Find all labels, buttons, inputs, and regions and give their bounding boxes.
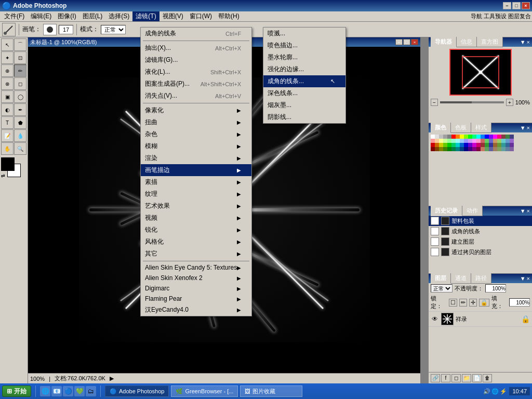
lock-transparent-btn[interactable]: ☐ bbox=[449, 299, 457, 307]
history-menu-btn[interactable]: ▼ bbox=[520, 208, 526, 214]
tray-icon-2[interactable]: 🌐 bbox=[491, 388, 499, 395]
color-cell[interactable] bbox=[456, 143, 460, 147]
color-cell[interactable] bbox=[472, 139, 476, 143]
link-layers-btn[interactable]: 🔗 bbox=[431, 374, 440, 382]
menu-select[interactable]: 选择(S) bbox=[105, 11, 132, 21]
new-layer-btn[interactable]: 📄 bbox=[472, 374, 482, 382]
color-cell[interactable] bbox=[497, 143, 501, 147]
filter-flaming-pear[interactable]: Flaming Pear ▶ bbox=[141, 294, 251, 304]
menu-file[interactable]: 文件(F) bbox=[1, 11, 28, 21]
color-cell[interactable] bbox=[485, 143, 489, 147]
menu-filter[interactable]: 滤镜(T) bbox=[132, 11, 159, 21]
lock-paint-btn[interactable]: ✏ bbox=[459, 299, 467, 307]
layer-visibility-btn[interactable]: 👁 bbox=[431, 315, 439, 323]
filter-xenofex[interactable]: Alien Skin Xenofex 2 ▶ bbox=[141, 273, 251, 283]
mode-select[interactable]: 正常 bbox=[101, 25, 126, 34]
filter-artistic[interactable]: 艺术效果 ▶ bbox=[141, 200, 251, 212]
filter-blur[interactable]: 模糊 ▶ bbox=[141, 140, 251, 152]
menu-help[interactable]: 帮助(H) bbox=[215, 11, 243, 21]
color-cell[interactable] bbox=[464, 139, 468, 143]
color-cell[interactable] bbox=[481, 139, 485, 143]
color-cell[interactable] bbox=[501, 135, 506, 139]
nav-menu-btn[interactable]: ▼ bbox=[520, 39, 526, 45]
magic-wand-tool[interactable]: ✦ bbox=[1, 51, 14, 64]
filter-alien-skin[interactable]: Alien Skin Eye Candy 5: Textures ▶ bbox=[141, 262, 251, 273]
filter-sharpen[interactable]: 锐化 ▶ bbox=[141, 224, 251, 236]
color-cell[interactable] bbox=[464, 147, 468, 151]
color-cell[interactable] bbox=[510, 135, 514, 139]
crop-tool[interactable]: ⊡ bbox=[14, 51, 26, 64]
color-cell[interactable] bbox=[472, 143, 476, 147]
color-cell[interactable] bbox=[485, 139, 489, 143]
move-tool[interactable]: ↖ bbox=[1, 38, 14, 51]
ql-icon-1[interactable]: 🌐 bbox=[40, 386, 50, 396]
color-cell[interactable] bbox=[506, 135, 510, 139]
tab-navigator[interactable]: 导航器 bbox=[431, 37, 457, 47]
lock-all-btn[interactable]: 🔒 bbox=[479, 299, 489, 307]
history-item-layer[interactable]: 建立图层 bbox=[429, 236, 532, 247]
color-cell[interactable] bbox=[431, 147, 435, 151]
bs-ink[interactable]: 墨水轮廓... bbox=[263, 51, 345, 63]
filter-pixelate[interactable]: 像素化 ▶ bbox=[141, 104, 251, 116]
dodge-tool[interactable]: ◐ bbox=[1, 103, 14, 116]
clone-tool[interactable]: ⊗ bbox=[1, 77, 14, 90]
bs-accented[interactable]: 强化的边缘... bbox=[263, 63, 345, 75]
color-cell[interactable] bbox=[481, 143, 485, 147]
filter-gallery[interactable]: 滤镜库(G)... bbox=[141, 54, 251, 66]
tab-color[interactable]: 颜色 bbox=[431, 123, 451, 133]
taskbar-app-browser[interactable]: 🌿 GreenBrowser - [... bbox=[171, 385, 238, 397]
tab-layers[interactable]: 图层 bbox=[431, 273, 451, 284]
tab-swatches[interactable]: 色板 bbox=[451, 123, 471, 133]
menu-view[interactable]: 视图(V) bbox=[159, 11, 187, 21]
tray-icon-3[interactable]: ⚡ bbox=[500, 388, 507, 395]
path-tool[interactable]: ⬟ bbox=[14, 116, 26, 129]
ql-icon-2[interactable]: 📧 bbox=[51, 386, 62, 396]
lasso-tool[interactable]: ⌒ bbox=[14, 38, 26, 51]
color-cell[interactable] bbox=[439, 147, 443, 151]
doc-close-btn[interactable]: × bbox=[411, 39, 418, 45]
color-cell[interactable] bbox=[447, 135, 451, 139]
menu-window[interactable]: 窗口(W) bbox=[187, 11, 215, 21]
color-cell[interactable] bbox=[464, 143, 468, 147]
color-cell[interactable] bbox=[443, 139, 447, 143]
layer-effects-btn[interactable]: f bbox=[441, 374, 450, 382]
color-cell[interactable] bbox=[493, 139, 497, 143]
gradient-tool[interactable]: ▣ bbox=[1, 90, 14, 103]
color-menu-btn[interactable]: ▼ bbox=[520, 125, 526, 131]
color-cell[interactable] bbox=[476, 143, 481, 147]
color-cell[interactable] bbox=[431, 143, 435, 147]
blur-tool[interactable]: ◯ bbox=[14, 90, 26, 103]
start-button[interactable]: ⊞ 开始 bbox=[2, 385, 31, 397]
color-cell[interactable] bbox=[468, 147, 472, 151]
history-close-btn[interactable]: × bbox=[527, 208, 530, 214]
color-cell[interactable] bbox=[510, 143, 514, 147]
color-cell[interactable] bbox=[497, 139, 501, 143]
bs-sumi[interactable]: 烟灰墨... bbox=[263, 99, 345, 111]
tab-styles[interactable]: 样式 bbox=[471, 123, 491, 133]
color-cell[interactable] bbox=[460, 139, 464, 143]
filter-extract[interactable]: 抽出(X)... Alt+Ctrl+X bbox=[141, 42, 251, 54]
color-cell[interactable] bbox=[485, 147, 489, 151]
hand-tool[interactable]: ✋ bbox=[1, 142, 14, 155]
color-cell[interactable] bbox=[497, 147, 501, 151]
maximize-button[interactable]: □ bbox=[512, 2, 521, 9]
color-cell[interactable] bbox=[472, 135, 476, 139]
color-cell[interactable] bbox=[481, 147, 485, 151]
color-cell[interactable] bbox=[451, 135, 456, 139]
color-close-btn[interactable]: × bbox=[527, 125, 530, 131]
color-cell[interactable] bbox=[431, 139, 435, 143]
filter-video[interactable]: 视频 ▶ bbox=[141, 212, 251, 224]
foreground-color[interactable] bbox=[1, 157, 15, 171]
color-cell[interactable] bbox=[443, 143, 447, 147]
history-item-copy[interactable]: 通过拷贝的图层 bbox=[429, 247, 532, 257]
tab-actions[interactable]: 动作 bbox=[462, 206, 483, 216]
color-cell[interactable] bbox=[493, 135, 497, 139]
bs-splatter[interactable]: 喷溅... bbox=[263, 28, 345, 39]
color-cell[interactable] bbox=[489, 147, 493, 151]
color-cell[interactable] bbox=[460, 143, 464, 147]
bs-crosshatch[interactable]: 阴影线... bbox=[263, 111, 345, 123]
lock-move-btn[interactable]: ✛ bbox=[469, 299, 477, 307]
heal-tool[interactable]: ⊕ bbox=[1, 64, 14, 77]
color-cell[interactable] bbox=[435, 135, 439, 139]
tab-info[interactable]: 信息 bbox=[457, 37, 477, 47]
